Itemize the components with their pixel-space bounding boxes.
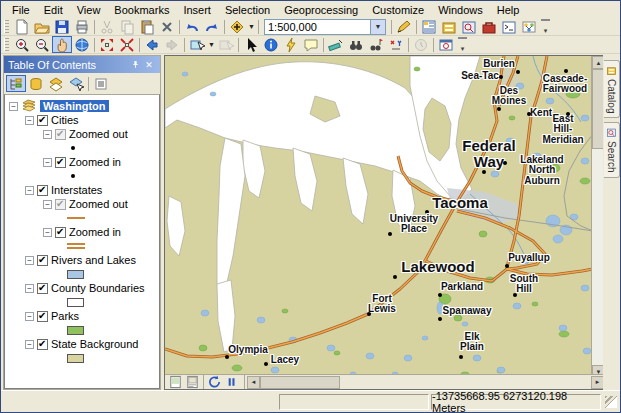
layer-label[interactable]: Rivers and Lakes: [51, 254, 136, 266]
find-route-button[interactable]: [366, 36, 386, 53]
menu-bookmarks[interactable]: Bookmarks: [107, 2, 176, 18]
tab-catalog[interactable]: Catalog: [604, 60, 620, 118]
scroll-left-icon[interactable]: ◄: [247, 376, 260, 389]
sublayer-checkbox[interactable]: [55, 157, 66, 168]
editor-button[interactable]: [394, 18, 414, 35]
new-document-button[interactable]: [12, 18, 32, 35]
menu-help[interactable]: Help: [490, 2, 527, 18]
list-by-source-button[interactable]: [26, 75, 46, 92]
find-button[interactable]: [346, 36, 366, 53]
layer-checkbox[interactable]: [37, 255, 48, 266]
layer-checkbox[interactable]: [37, 185, 48, 196]
zoom-out-button[interactable]: [32, 36, 52, 53]
catalog-window-button[interactable]: [439, 18, 459, 35]
list-by-visibility-button[interactable]: [46, 75, 66, 92]
layer-label[interactable]: State Background: [51, 338, 138, 350]
open-button[interactable]: [32, 18, 52, 35]
layer-checkbox[interactable]: [37, 115, 48, 126]
layer-rivers-lakes[interactable]: Rivers and Lakes: [5, 253, 159, 267]
horizontal-scroll-thumb[interactable]: [260, 376, 340, 389]
toolbar-grip[interactable]: [4, 38, 9, 51]
layer-checkbox[interactable]: [37, 283, 48, 294]
sublayer-label[interactable]: Zoomed in: [69, 226, 121, 238]
select-features-button[interactable]: [187, 36, 207, 53]
toolbar-overflow-icon[interactable]: ▾: [458, 37, 467, 53]
map-scale-combo[interactable]: 1:500,000 ▼: [264, 19, 386, 35]
layer-interstates[interactable]: Interstates: [5, 183, 159, 197]
sublayer-label[interactable]: Zoomed in: [69, 156, 121, 168]
layer-label[interactable]: Cities: [51, 114, 79, 126]
sublayer-label[interactable]: Zoomed out: [69, 198, 128, 210]
tab-search[interactable]: Search: [604, 122, 620, 178]
viewer-window-button[interactable]: [436, 36, 456, 53]
collapse-icon[interactable]: [25, 312, 34, 321]
menu-selection[interactable]: Selection: [218, 2, 277, 18]
pin-icon[interactable]: [128, 58, 142, 71]
model-builder-button[interactable]: [519, 18, 539, 35]
measure-button[interactable]: [326, 36, 346, 53]
collapse-icon[interactable]: [25, 116, 34, 125]
pan-button[interactable]: [52, 36, 72, 53]
back-extent-button[interactable]: [142, 36, 162, 53]
undo-button[interactable]: [182, 18, 202, 35]
layer-label[interactable]: County Boundaries: [51, 282, 145, 294]
list-by-drawing-order-button[interactable]: [6, 75, 26, 92]
menu-windows[interactable]: Windows: [431, 2, 490, 18]
data-frame-label[interactable]: Washington: [40, 100, 109, 112]
layer-cities[interactable]: Cities: [5, 113, 159, 127]
search-window-button[interactable]: [459, 18, 479, 35]
layer-checkbox[interactable]: [37, 311, 48, 322]
select-features-dropdown-icon[interactable]: ▼: [207, 41, 216, 48]
pause-button[interactable]: [223, 375, 240, 389]
layer-checkbox[interactable]: [37, 339, 48, 350]
refresh-button[interactable]: [206, 375, 223, 389]
layer-parks[interactable]: Parks: [5, 309, 159, 323]
menu-insert[interactable]: Insert: [176, 2, 218, 18]
layer-label[interactable]: Parks: [51, 310, 79, 322]
collapse-icon[interactable]: [25, 256, 34, 265]
menu-customize[interactable]: Customize: [365, 2, 431, 18]
collapse-icon[interactable]: [25, 186, 34, 195]
sublayer-checkbox[interactable]: [55, 227, 66, 238]
clear-selection-button[interactable]: [216, 36, 236, 53]
full-extent-button[interactable]: [72, 36, 92, 53]
identify-button[interactable]: [261, 36, 281, 53]
html-popup-button[interactable]: [301, 36, 321, 53]
sublayer-checkbox[interactable]: [55, 129, 66, 140]
collapse-icon[interactable]: [25, 284, 34, 293]
sublayer-cities-zoomed-in[interactable]: Zoomed in: [5, 155, 159, 169]
menu-geoprocessing[interactable]: Geoprocessing: [277, 2, 365, 18]
cut-button[interactable]: [97, 18, 117, 35]
sublayer-label[interactable]: Zoomed out: [69, 128, 128, 140]
toolbar-overflow-icon[interactable]: ▾: [541, 19, 550, 35]
menu-view[interactable]: View: [70, 2, 108, 18]
collapse-icon[interactable]: [43, 200, 52, 209]
sublayer-interstates-zoomed-out[interactable]: Zoomed out: [5, 197, 159, 211]
collapse-icon[interactable]: [25, 340, 34, 349]
hyperlink-button[interactable]: [281, 36, 301, 53]
zoom-in-button[interactable]: [12, 36, 32, 53]
time-slider-button[interactable]: [411, 36, 431, 53]
collapse-icon[interactable]: [43, 228, 52, 237]
redo-button[interactable]: [202, 18, 222, 35]
layer-label[interactable]: Interstates: [51, 184, 102, 196]
copy-button[interactable]: [117, 18, 137, 35]
collapse-icon[interactable]: [43, 158, 52, 167]
forward-extent-button[interactable]: [162, 36, 182, 53]
layout-view-button[interactable]: [184, 375, 201, 389]
toc-data-frame[interactable]: Washington: [5, 99, 159, 113]
select-elements-button[interactable]: [241, 36, 261, 53]
close-icon[interactable]: ✕: [142, 58, 156, 71]
save-button[interactable]: [52, 18, 72, 35]
fixed-zoom-out-button[interactable]: [117, 36, 137, 53]
collapse-icon[interactable]: [9, 102, 18, 111]
paste-button[interactable]: [137, 18, 157, 35]
layer-state-background[interactable]: State Background: [5, 337, 159, 351]
map-canvas[interactable]: BurienSea-TacDes MoinesCascade- Fairwood…: [165, 56, 593, 378]
data-view-button[interactable]: [167, 375, 184, 389]
menu-edit[interactable]: Edit: [37, 2, 70, 18]
python-window-button[interactable]: [499, 18, 519, 35]
table-of-contents-button[interactable]: [419, 18, 439, 35]
arctoolbox-button[interactable]: [479, 18, 499, 35]
list-by-selection-button[interactable]: [66, 75, 86, 92]
